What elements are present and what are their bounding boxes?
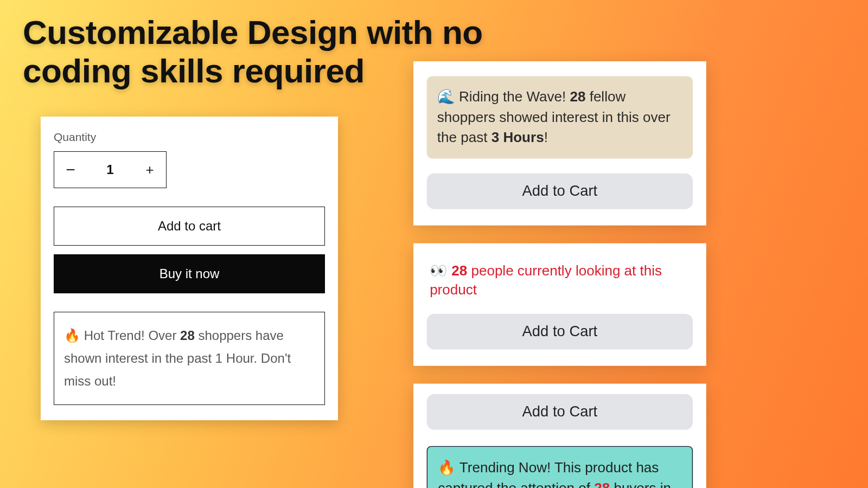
add-to-cart-button[interactable]: Add to Cart: [427, 173, 693, 209]
add-to-cart-button[interactable]: Add to cart: [54, 207, 325, 246]
quantity-decrement-button[interactable]: −: [54, 162, 87, 178]
quantity-value: 1: [87, 162, 133, 177]
preview-card-trending: Add to Cart 🔥 Trending Now! This product…: [413, 383, 706, 488]
quantity-stepper: − 1 +: [54, 151, 167, 188]
preview-card-eyes: 👀 28 people currently looking at this pr…: [413, 243, 706, 365]
social-proof-banner-wave: 🌊 Riding the Wave! 28 fellow shoppers sh…: [427, 76, 693, 158]
preview-card-wave: 🌊 Riding the Wave! 28 fellow shoppers sh…: [413, 61, 706, 225]
wave-text-after: !: [544, 130, 548, 145]
wave-count: 28: [570, 89, 585, 105]
quantity-label: Quantity: [54, 131, 325, 144]
eyes-count: 28: [451, 262, 467, 278]
product-form-card: Quantity − 1 + Add to cart Buy it now 🔥 …: [41, 117, 338, 420]
banner-count: 28: [180, 328, 195, 343]
add-to-cart-button[interactable]: Add to Cart: [427, 394, 693, 430]
social-proof-banner-trending: 🔥 Trending Now! This product has capture…: [427, 446, 693, 488]
wave-icon: 🌊: [437, 89, 455, 105]
buy-now-button[interactable]: Buy it now: [54, 254, 325, 293]
eyes-icon: 👀: [430, 262, 448, 278]
fire-icon: 🔥: [64, 328, 80, 343]
wave-duration: 3 Hours: [492, 130, 544, 145]
add-to-cart-button[interactable]: Add to Cart: [427, 314, 693, 350]
banner-text-prefix: Hot Trend! Over: [80, 328, 180, 343]
fire-icon: 🔥: [438, 459, 456, 475]
quantity-increment-button[interactable]: +: [133, 163, 166, 177]
trending-count: 28: [594, 480, 610, 488]
social-proof-banner-eyes: 👀 28 people currently looking at this pr…: [427, 258, 693, 314]
social-proof-banner: 🔥 Hot Trend! Over 28 shoppers have shown…: [54, 312, 325, 405]
variant-previews-column: 🌊 Riding the Wave! 28 fellow shoppers sh…: [413, 61, 706, 488]
wave-text-before: Riding the Wave!: [455, 89, 570, 105]
